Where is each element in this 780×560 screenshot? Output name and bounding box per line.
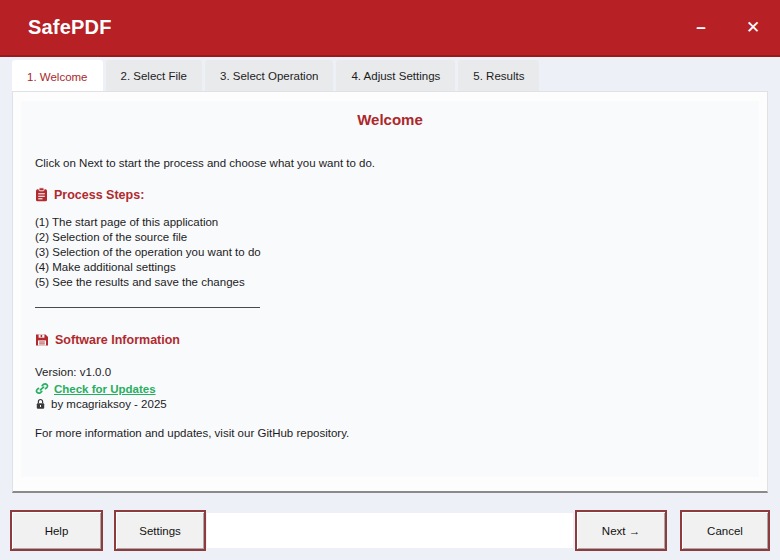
- page-title: Welcome: [35, 111, 745, 128]
- software-info-title: Software Information: [55, 333, 180, 347]
- main-panel: Welcome Click on Next to start the proce…: [12, 91, 768, 493]
- lock-icon: [35, 398, 46, 410]
- wizard-tabbar: 1. Welcome 2. Select File 3. Select Oper…: [12, 60, 539, 91]
- section-divider: [35, 307, 260, 308]
- process-steps-title: Process Steps:: [54, 188, 144, 202]
- close-button[interactable]: ✕: [740, 15, 766, 41]
- version-text: Version: v1.0.0: [35, 366, 745, 378]
- app-title: SafePDF: [0, 16, 112, 39]
- process-steps-header: Process Steps:: [35, 187, 745, 202]
- author-line: by mcagriaksoy - 2025: [35, 398, 745, 410]
- tab-adjust-settings[interactable]: 4. Adjust Settings: [336, 60, 455, 91]
- next-button[interactable]: Next →: [575, 510, 667, 551]
- process-step: (5) See the results and save the changes: [35, 275, 745, 290]
- clipboard-icon: [35, 187, 48, 202]
- github-note: For more information and updates, visit …: [35, 427, 745, 439]
- check-updates-link[interactable]: Check for Updates: [35, 382, 156, 395]
- author-text: by mcagriaksoy - 2025: [51, 398, 167, 410]
- link-icon: [35, 382, 49, 395]
- settings-button[interactable]: Settings: [114, 510, 206, 551]
- cancel-button[interactable]: Cancel: [680, 510, 770, 551]
- intro-text: Click on Next to start the process and c…: [35, 157, 745, 169]
- status-strip: [207, 513, 573, 548]
- process-step: (1) The start page of this application: [35, 215, 745, 230]
- check-updates-label: Check for Updates: [54, 383, 156, 395]
- app-window: SafePDF – ✕ 1. Welcome 2. Select File 3.…: [0, 0, 780, 560]
- tab-select-operation[interactable]: 3. Select Operation: [205, 60, 333, 91]
- process-step: (2) Selection of the source file: [35, 230, 745, 245]
- process-steps-list: (1) The start page of this application (…: [35, 215, 745, 290]
- window-controls: – ✕: [688, 0, 766, 55]
- welcome-page: Welcome Click on Next to start the proce…: [21, 101, 759, 477]
- floppy-disk-icon: [35, 333, 49, 347]
- process-step: (3) Selection of the operation you want …: [35, 245, 745, 260]
- tab-select-file[interactable]: 2. Select File: [106, 60, 202, 91]
- software-info-header: Software Information: [35, 333, 745, 347]
- process-step: (4) Make additional settings: [35, 260, 745, 275]
- titlebar: SafePDF – ✕: [0, 0, 780, 57]
- tab-welcome[interactable]: 1. Welcome: [12, 60, 103, 93]
- minimize-button[interactable]: –: [688, 15, 714, 41]
- tab-results[interactable]: 5. Results: [458, 60, 539, 91]
- help-button[interactable]: Help: [10, 510, 103, 551]
